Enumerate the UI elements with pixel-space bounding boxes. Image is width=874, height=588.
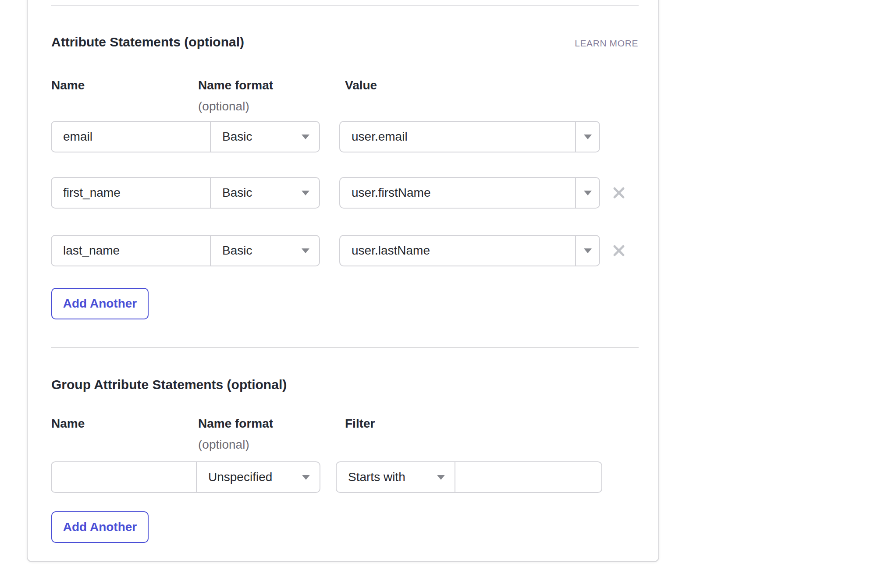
attribute-row-3-name-input[interactable]	[52, 244, 210, 258]
attribute-row-2-name-combo: Basic	[51, 177, 320, 209]
group-row-1-name-combo: Unspecified	[51, 461, 320, 493]
attribute-row-2-remove-button[interactable]	[611, 185, 627, 201]
chevron-down-icon	[584, 248, 592, 253]
group-row-1-name-field	[52, 462, 196, 492]
group-row-1-format-dropdown[interactable]: Unspecified	[196, 462, 320, 492]
top-section-divider	[51, 5, 639, 6]
attribute-row-2-value-combo	[339, 177, 600, 209]
group-column-header-name: Name	[51, 417, 85, 430]
attribute-row-3-value-combo	[339, 235, 600, 266]
attribute-row-3-value-dropdown[interactable]	[575, 236, 599, 266]
group-row-1-name-input[interactable]	[52, 470, 196, 484]
attribute-row-1-name-field	[52, 122, 210, 152]
section-divider	[51, 347, 639, 348]
chevron-down-icon	[302, 191, 309, 195]
group-column-header-filter: Filter	[345, 417, 375, 430]
chevron-down-icon	[302, 475, 310, 480]
group-attribute-statements-title: Group Attribute Statements (optional)	[51, 377, 287, 393]
attribute-add-another-button[interactable]: Add Another	[51, 288, 149, 319]
attribute-row-2-value-field	[340, 178, 575, 208]
chevron-down-icon	[302, 135, 309, 139]
column-header-name: Name	[51, 79, 85, 92]
attribute-row-3-format-dropdown[interactable]: Basic	[210, 236, 319, 266]
attribute-row-1-value-combo	[339, 121, 600, 152]
attribute-row-3-value-input[interactable]	[340, 244, 575, 258]
chevron-down-icon	[584, 191, 592, 195]
close-icon	[612, 186, 626, 200]
saml-settings-card: Attribute Statements (optional) LEARN MO…	[27, 0, 659, 562]
attribute-row-2-format-dropdown[interactable]: Basic	[210, 178, 319, 208]
attribute-row-2-name-field	[52, 178, 210, 208]
attribute-row-3-name-field	[52, 236, 210, 266]
group-row-1-filter-type-dropdown[interactable]: Starts with	[337, 462, 455, 492]
column-header-value: Value	[345, 79, 377, 92]
attribute-row-1-name-input[interactable]	[52, 130, 210, 144]
attribute-row-2-value-dropdown[interactable]	[575, 178, 599, 208]
group-add-another-button[interactable]: Add Another	[51, 511, 149, 543]
chevron-down-icon	[584, 135, 592, 139]
attribute-row-2-value-input[interactable]	[340, 186, 575, 200]
group-row-1-filter-value-field	[455, 462, 601, 492]
attribute-row-1-value-input[interactable]	[340, 130, 575, 144]
attribute-row-3-remove-button[interactable]	[611, 243, 627, 259]
attribute-row-1-name-combo: Basic	[51, 121, 320, 152]
attribute-row-1-value-field	[340, 122, 575, 152]
group-row-1-filter-combo: Starts with	[336, 461, 602, 493]
close-icon	[612, 244, 626, 258]
chevron-down-icon	[302, 248, 309, 253]
attribute-row-2-name-input[interactable]	[52, 186, 210, 200]
attribute-row-3-name-combo: Basic	[51, 235, 320, 266]
chevron-down-icon	[437, 475, 445, 480]
group-row-1-filter-value-input[interactable]	[455, 470, 601, 484]
column-header-name-format: Name format	[198, 79, 273, 92]
attribute-row-1-value-dropdown[interactable]	[575, 122, 599, 152]
learn-more-link[interactable]: LEARN MORE	[575, 38, 638, 49]
group-column-header-name-format: Name format	[198, 417, 273, 430]
attribute-statements-title: Attribute Statements (optional)	[51, 34, 244, 50]
attribute-row-1-format-dropdown[interactable]: Basic	[210, 122, 319, 152]
attribute-row-3-value-field	[340, 236, 575, 266]
group-column-header-name-format-note: (optional)	[198, 438, 249, 451]
column-header-name-format-note: (optional)	[198, 100, 249, 113]
